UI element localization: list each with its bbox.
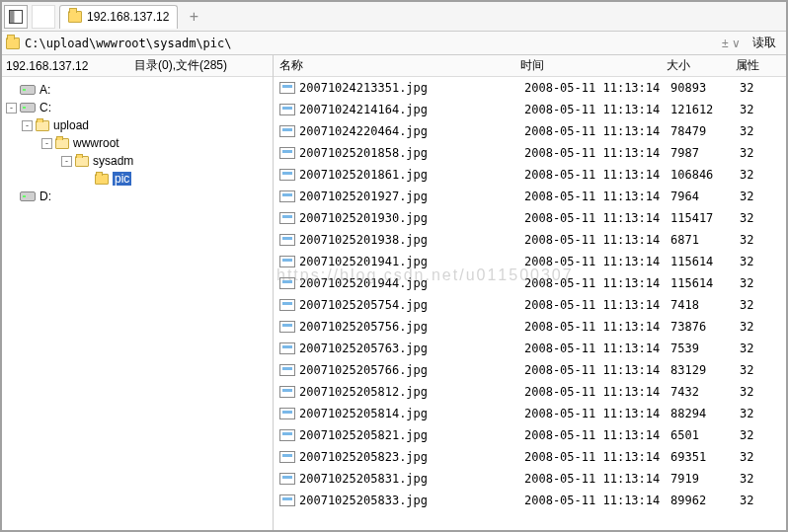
path-text[interactable]: C:\upload\wwwroot\sysadm\pic\ (25, 37, 232, 50)
file-name: 20071025205812.jpg (299, 385, 524, 399)
file-time: 2008-05-11 11:13:14 (524, 385, 670, 399)
file-name: 20071025201858.jpg (299, 146, 524, 160)
table-row[interactable]: 20071025201861.jpg2008-05-11 11:13:14106… (274, 164, 786, 186)
file-time: 2008-05-11 11:13:14 (524, 124, 670, 138)
image-file-icon (279, 473, 295, 485)
table-row[interactable]: 20071024220464.jpg2008-05-11 11:13:14784… (274, 120, 786, 142)
file-name: 20071025201927.jpg (299, 190, 524, 203)
expander-blank (6, 85, 17, 96)
image-file-icon (279, 299, 295, 311)
image-file-icon (279, 277, 295, 289)
main: 192.168.137.12 目录(0),文件(285) A:-C:-uploa… (2, 55, 786, 530)
file-size: 7919 (670, 472, 740, 486)
file-name: 20071025201930.jpg (299, 211, 524, 225)
file-attr: 32 (740, 211, 779, 225)
table-row[interactable]: 20071025201858.jpg2008-05-11 11:13:14798… (274, 142, 786, 164)
path-bar: C:\upload\wwwroot\sysadm\pic\ ± ∨ 读取 (2, 32, 786, 55)
file-time: 2008-05-11 11:13:14 (524, 428, 670, 442)
table-row[interactable]: 20071025205821.jpg2008-05-11 11:13:14650… (274, 424, 786, 446)
table-row[interactable]: 20071025205831.jpg2008-05-11 11:13:14791… (274, 468, 786, 490)
file-name: 20071025201861.jpg (299, 168, 524, 182)
tab-active[interactable]: 192.168.137.12 (59, 5, 178, 29)
tab-bar: 192.168.137.12 + (2, 2, 786, 32)
file-size: 69351 (670, 450, 740, 464)
file-size: 7964 (670, 190, 740, 203)
tree-item[interactable]: A: (2, 81, 273, 99)
tree-item[interactable]: -sysadm (2, 152, 273, 170)
tree-item-label: sysadm (93, 154, 133, 168)
table-row[interactable]: 20071025205823.jpg2008-05-11 11:13:14693… (274, 446, 786, 468)
tree-item-label: wwwroot (73, 136, 119, 150)
file-size: 78479 (670, 124, 740, 138)
table-row[interactable]: 20071025205766.jpg2008-05-11 11:13:14831… (274, 359, 786, 381)
file-attr: 32 (740, 146, 779, 160)
sidebar-summary: 目录(0),文件(285) (134, 57, 227, 74)
file-time: 2008-05-11 11:13:14 (524, 233, 670, 247)
file-time: 2008-05-11 11:13:14 (524, 320, 670, 334)
path-dropdown-button[interactable]: ± ∨ (716, 37, 747, 50)
tree-item[interactable]: -wwwroot (2, 134, 273, 152)
table-row[interactable]: 20071025201941.jpg2008-05-11 11:13:14115… (274, 251, 786, 272)
add-tab-button[interactable]: + (184, 8, 203, 26)
table-row[interactable]: 20071025205814.jpg2008-05-11 11:13:14882… (274, 403, 786, 424)
file-attr: 32 (740, 450, 779, 464)
file-name: 20071024220464.jpg (299, 124, 524, 138)
collapse-icon[interactable]: - (6, 103, 17, 114)
file-size: 115614 (670, 255, 740, 268)
col-header-size[interactable]: 大小 (667, 57, 736, 74)
folder-icon (55, 138, 69, 149)
table-row[interactable]: 20071025205754.jpg2008-05-11 11:13:14741… (274, 294, 786, 316)
image-file-icon (279, 82, 295, 94)
collapse-icon[interactable]: - (61, 156, 72, 167)
file-size: 89962 (670, 494, 740, 507)
table-row[interactable]: 20071025201944.jpg2008-05-11 11:13:14115… (274, 272, 786, 294)
collapse-icon[interactable]: - (41, 138, 52, 149)
tree-item[interactable]: D: (2, 188, 273, 205)
collapse-icon[interactable]: - (22, 120, 33, 131)
col-header-attr[interactable]: 属性 (736, 57, 775, 74)
file-time: 2008-05-11 11:13:14 (524, 407, 670, 420)
tree-item[interactable]: pic (2, 170, 273, 188)
file-attr: 32 (740, 428, 779, 442)
file-time: 2008-05-11 11:13:14 (524, 298, 670, 312)
file-name: 20071025205754.jpg (299, 298, 524, 312)
table-row[interactable]: 20071025205763.jpg2008-05-11 11:13:14753… (274, 338, 786, 359)
tree-item[interactable]: -C: (2, 99, 273, 116)
file-time: 2008-05-11 11:13:14 (524, 342, 670, 355)
file-attr: 32 (740, 298, 779, 312)
col-header-time[interactable]: 时间 (520, 57, 667, 74)
file-name: 20071025205766.jpg (299, 363, 524, 377)
image-file-icon (279, 212, 295, 224)
file-attr: 32 (740, 342, 779, 355)
table-row[interactable]: 20071025205756.jpg2008-05-11 11:13:14738… (274, 316, 786, 338)
file-name: 20071025205833.jpg (299, 494, 524, 507)
table-row[interactable]: 20071025205812.jpg2008-05-11 11:13:14743… (274, 381, 786, 403)
table-row[interactable]: 20071025201930.jpg2008-05-11 11:13:14115… (274, 207, 786, 229)
table-row[interactable]: 20071025205833.jpg2008-05-11 11:13:14899… (274, 490, 786, 511)
file-attr: 32 (740, 255, 779, 268)
read-button[interactable]: 读取 (747, 35, 782, 51)
file-attr: 32 (740, 407, 779, 420)
table-row[interactable]: 20071025201938.jpg2008-05-11 11:13:14687… (274, 229, 786, 251)
file-attr: 32 (740, 124, 779, 138)
table-row[interactable]: 20071024213351.jpg2008-05-11 11:13:14908… (274, 77, 786, 99)
file-attr: 32 (740, 320, 779, 334)
file-list: 名称 时间 大小 属性 20071024213351.jpg2008-05-11… (274, 55, 786, 530)
image-file-icon (279, 451, 295, 463)
file-name: 20071025205814.jpg (299, 407, 524, 420)
panel-toggle-button[interactable] (4, 5, 28, 29)
image-file-icon (279, 494, 295, 506)
folder-icon (68, 11, 82, 23)
file-name: 20071024213351.jpg (299, 81, 524, 95)
file-attr: 32 (740, 494, 779, 507)
table-row[interactable]: 20071025201927.jpg2008-05-11 11:13:14796… (274, 186, 786, 207)
file-name: 20071025205821.jpg (299, 428, 524, 442)
tree-item[interactable]: -upload (2, 116, 273, 134)
file-name: 20071025201941.jpg (299, 255, 524, 268)
file-time: 2008-05-11 11:13:14 (524, 168, 670, 182)
col-header-name[interactable]: 名称 (274, 57, 520, 74)
file-size: 115614 (670, 276, 740, 290)
image-file-icon (279, 104, 295, 115)
table-row[interactable]: 20071024214164.jpg2008-05-11 11:13:14121… (274, 99, 786, 120)
tree-item-label: C: (39, 101, 51, 114)
